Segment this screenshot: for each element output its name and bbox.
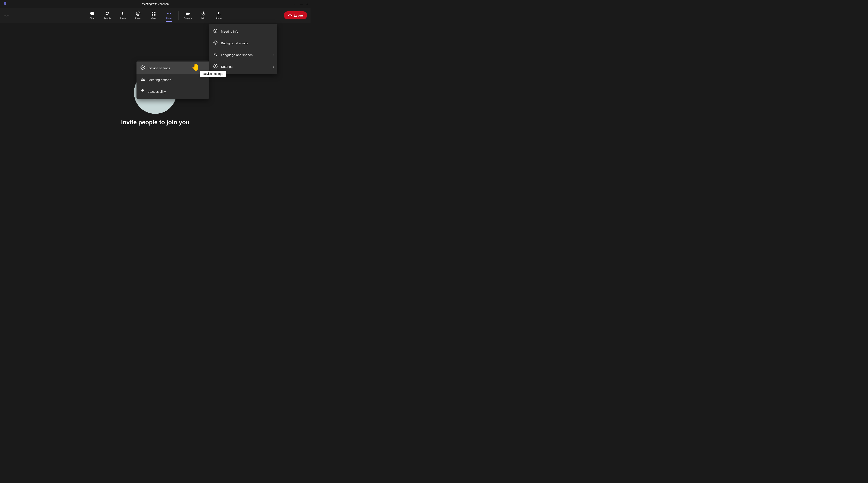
settings-icon [213, 64, 218, 69]
meeting-options-label: Meeting options [149, 78, 171, 82]
more-options-btn[interactable]: ··· [294, 2, 297, 5]
language-speech-label: Language and speech [221, 53, 252, 57]
menu-item-language-speech[interactable]: Language and speech › [209, 49, 277, 61]
device-settings-tooltip: Device settings [200, 71, 226, 77]
cursor-pointer: 🤚 [191, 63, 200, 71]
svg-point-7 [137, 13, 137, 13]
device-settings-icon [140, 65, 146, 71]
svg-rect-11 [152, 14, 153, 15]
title-bar-left [3, 1, 7, 6]
svg-point-6 [136, 12, 140, 15]
toolbar-camera[interactable]: Camera [180, 8, 195, 22]
title-bar: Meeting with Johnson ··· — □ [0, 0, 311, 8]
svg-point-24 [215, 42, 216, 43]
settings-label: Settings [221, 65, 232, 68]
camera-label: Camera [184, 17, 192, 20]
react-icon [136, 11, 141, 16]
svg-rect-12 [154, 14, 155, 15]
menu-item-meeting-info[interactable]: Meeting info [209, 26, 277, 37]
share-icon [216, 11, 221, 16]
language-speech-arrow-icon: › [273, 53, 274, 57]
svg-point-8 [138, 13, 139, 13]
svg-point-13 [167, 13, 168, 14]
svg-point-25 [215, 65, 216, 67]
mic-label: Mic [201, 17, 205, 20]
toolbar-view[interactable]: View [146, 8, 161, 22]
toolbar-react[interactable]: React [130, 8, 146, 22]
language-speech-icon [213, 52, 218, 58]
camera-icon [185, 11, 190, 16]
leave-button[interactable]: Leave [284, 11, 307, 20]
chat-icon [90, 11, 95, 16]
tooltip-text: Device settings [203, 72, 223, 75]
toolbar-share[interactable]: Share [211, 8, 226, 22]
accessibility-icon [140, 89, 146, 94]
toolbar-items: Chat People Raise [85, 8, 226, 22]
toolbar-more[interactable]: More [161, 8, 177, 22]
svg-rect-3 [5, 3, 6, 5]
toolbar-mic[interactable]: Mic [195, 8, 211, 22]
react-label: React [135, 17, 141, 20]
background-effects-icon [213, 40, 218, 46]
more-label: More [166, 17, 172, 20]
teams-logo-icon [3, 1, 7, 6]
svg-rect-1 [5, 3, 6, 3]
svg-rect-16 [186, 12, 189, 15]
more-icon [166, 11, 172, 16]
background-effects-label: Background effects [221, 41, 248, 45]
meeting-title: Meeting with Johnson [142, 2, 169, 5]
more-dropdown-menu: Meeting info Background effects Language… [209, 24, 277, 74]
svg-point-32 [142, 80, 143, 81]
svg-rect-2 [4, 3, 5, 4]
minimize-btn[interactable]: — [300, 2, 303, 5]
svg-point-4 [106, 12, 107, 13]
svg-point-30 [142, 78, 143, 79]
phone-icon [288, 13, 292, 17]
toolbar-people[interactable]: People [100, 8, 115, 22]
menu-item-background-effects[interactable]: Background effects [209, 37, 277, 49]
svg-point-5 [108, 12, 109, 13]
title-bar-right: ··· — □ [294, 2, 308, 5]
meeting-options-icon [140, 77, 146, 83]
svg-point-14 [168, 13, 169, 14]
svg-rect-18 [203, 11, 204, 14]
device-settings-label: Device settings [149, 66, 170, 70]
maximize-btn[interactable]: □ [306, 2, 308, 5]
people-icon [105, 11, 110, 16]
toolbar: --:-- Chat People [0, 8, 311, 23]
svg-rect-9 [152, 12, 153, 13]
submenu-accessibility[interactable]: Accessibility [136, 86, 209, 97]
view-label: View [151, 17, 156, 20]
submenu-meeting-options[interactable]: Meeting options [136, 74, 209, 86]
svg-point-23 [215, 30, 216, 30]
leave-label: Leave [294, 14, 303, 17]
svg-rect-10 [154, 12, 155, 13]
meeting-info-label: Meeting info [221, 30, 239, 33]
settings-arrow-icon: › [273, 65, 274, 68]
share-label: Share [215, 17, 222, 20]
toolbar-raise[interactable]: Raise [115, 8, 130, 22]
meeting-timer: --:-- [4, 14, 9, 17]
invite-text: Invite people to join you [121, 119, 189, 126]
svg-point-31 [143, 79, 144, 80]
svg-point-33 [143, 89, 143, 90]
mic-icon [201, 11, 206, 16]
view-icon [151, 11, 156, 16]
people-label: People [104, 17, 111, 20]
accessibility-label: Accessibility [149, 90, 166, 93]
toolbar-chat[interactable]: Chat [85, 8, 100, 22]
meeting-info-icon [213, 29, 218, 34]
toolbar-divider [178, 11, 179, 20]
svg-point-15 [170, 13, 171, 14]
raise-label: Raise [120, 17, 126, 20]
svg-point-26 [142, 67, 144, 68]
chat-label: Chat [90, 17, 94, 20]
raise-icon [120, 11, 125, 16]
